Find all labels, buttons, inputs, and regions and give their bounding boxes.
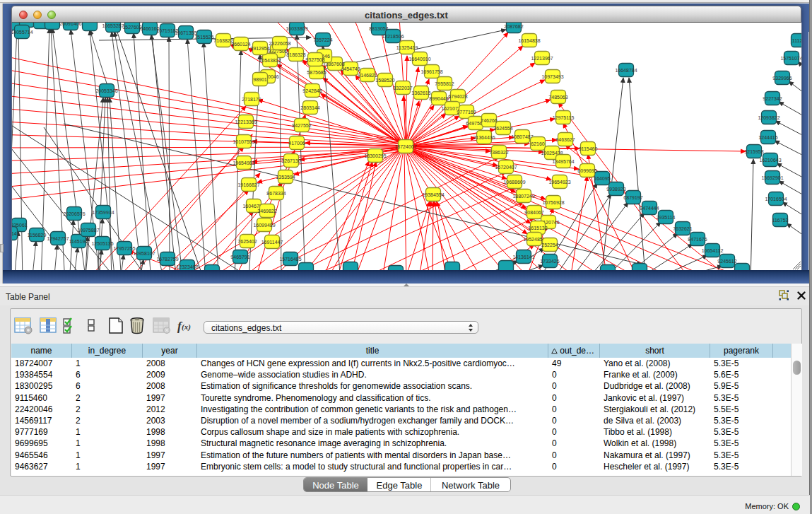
svg-text:16782759: 16782759 [156, 257, 178, 262]
svg-text:8186328: 8186328 [286, 52, 305, 57]
svg-text:3624554: 3624554 [493, 126, 512, 131]
svg-text:15751074: 15751074 [780, 56, 801, 61]
svg-text:18724007: 18724007 [394, 144, 416, 149]
svg-text:21364436: 21364436 [473, 135, 495, 140]
svg-text:15716485: 15716485 [279, 257, 301, 262]
svg-text:11325419: 11325419 [396, 45, 418, 50]
svg-text:20053346: 20053346 [95, 88, 117, 93]
svg-text:10973493: 10973493 [541, 74, 563, 79]
svg-text:1615132: 1615132 [528, 226, 547, 230]
svg-text:16671355: 16671355 [175, 30, 196, 35]
svg-text:7357224: 7357224 [313, 37, 332, 42]
svg-text:9777169: 9777169 [457, 110, 476, 115]
svg-text:19654983: 19654983 [233, 160, 254, 165]
svg-text:19384554: 19384554 [422, 192, 444, 197]
svg-text:1156829: 1156829 [28, 233, 47, 238]
svg-text:8427552: 8427552 [292, 123, 311, 128]
svg-text:10688609: 10688609 [503, 180, 525, 185]
svg-text:23226058: 23226058 [269, 41, 290, 46]
svg-text:11125: 11125 [792, 38, 801, 43]
svg-text:12093822: 12093822 [758, 115, 779, 120]
svg-text:17957255: 17957255 [113, 246, 135, 251]
svg-text:18807249: 18807249 [512, 194, 534, 199]
svg-text:10654112: 10654112 [702, 248, 724, 253]
svg-text:19166827: 19166827 [237, 182, 259, 187]
svg-text:9329966: 9329966 [772, 76, 792, 81]
svg-text:10543812: 10543812 [259, 58, 281, 63]
svg-text:2935114: 2935114 [657, 215, 676, 220]
svg-text:2803144: 2803144 [300, 105, 319, 110]
svg-text:9465791: 9465791 [230, 255, 249, 259]
svg-text:10107553: 10107553 [233, 139, 254, 144]
svg-text:7386322: 7386322 [489, 150, 508, 155]
svg-text:14055714: 14055714 [12, 30, 33, 35]
svg-text:7632621: 7632621 [673, 226, 692, 231]
svg-text:16033809: 16033809 [286, 26, 307, 31]
svg-text:1527602: 1527602 [122, 25, 141, 30]
svg-text:6794028: 6794028 [448, 94, 467, 99]
svg-text:1362615: 1362615 [411, 90, 430, 95]
svg-text:9245612: 9245612 [717, 259, 736, 264]
svg-text:12323468: 12323468 [176, 264, 198, 269]
svg-text:15692901: 15692901 [761, 175, 783, 180]
svg-text:6879197: 6879197 [623, 195, 642, 200]
svg-text:8471676: 8471676 [688, 237, 707, 242]
svg-text:16154838: 16154838 [518, 38, 540, 43]
svg-text:746266: 746266 [481, 118, 497, 123]
svg-text:10653287: 10653287 [102, 23, 124, 28]
svg-text:8678334: 8678334 [266, 191, 286, 196]
svg-text:417006: 417006 [288, 141, 305, 146]
svg-text:8454749: 8454749 [341, 66, 360, 71]
svg-text:1353594: 1353594 [276, 175, 295, 180]
svg-text:7625402: 7625402 [237, 239, 257, 244]
svg-text:9227342: 9227342 [763, 96, 782, 101]
svg-text:10807487: 10807487 [511, 134, 533, 139]
svg-text:10756928: 10756928 [542, 200, 564, 205]
svg-text:16640910: 16640910 [408, 57, 430, 62]
svg-text:7515526: 7515526 [194, 35, 213, 40]
svg-text:13914: 13914 [12, 231, 17, 236]
svg-text:164095: 164095 [594, 176, 610, 181]
svg-text:16648784: 16648784 [615, 68, 637, 73]
svg-text:1145194: 1145194 [69, 239, 88, 244]
svg-text:9242848: 9242848 [302, 88, 322, 93]
svg-text:10958107: 10958107 [133, 251, 155, 256]
svg-text:8912954: 8912954 [250, 46, 269, 51]
svg-text:19654923: 19654923 [548, 180, 570, 185]
svg-text:7955812: 7955812 [435, 81, 454, 86]
svg-text:3267130: 3267130 [281, 158, 300, 163]
svg-text:13495764: 13495764 [552, 159, 574, 164]
svg-text:16911447: 16911447 [261, 240, 283, 245]
svg-text:5875685: 5875685 [307, 70, 326, 75]
svg-text:2718170: 2718170 [242, 97, 261, 102]
svg-text:18300295: 18300295 [364, 153, 386, 158]
svg-text:8813054: 8813054 [369, 26, 388, 31]
svg-text:20091406: 20091406 [59, 23, 81, 26]
svg-text:9146821: 9146821 [358, 73, 377, 78]
svg-text:9938923: 9938923 [606, 187, 625, 192]
svg-text:2087682: 2087682 [504, 24, 523, 29]
svg-text:12218506: 12218506 [382, 34, 404, 39]
svg-text:3215958: 3215958 [744, 149, 763, 154]
svg-text:1733426: 1733426 [540, 259, 559, 264]
svg-text:12505135: 12505135 [91, 241, 113, 246]
svg-text:116753: 116753 [772, 218, 789, 223]
svg-text:9084067: 9084067 [524, 210, 543, 215]
svg-text:3469822: 3469822 [257, 209, 276, 214]
svg-text:(x): (x) [182, 322, 191, 332]
svg-text:1244415: 1244415 [758, 135, 777, 140]
svg-text:16210643: 16210643 [759, 158, 781, 163]
svg-text:9115460: 9115460 [579, 146, 598, 151]
svg-text:9463627: 9463627 [555, 137, 575, 142]
svg-text:7163822: 7163822 [213, 38, 233, 43]
svg-text:14136141: 14136141 [512, 255, 534, 259]
svg-text:9327508: 9327508 [305, 57, 324, 62]
svg-text:17359934: 17359934 [92, 210, 114, 215]
svg-text:62160: 62160 [531, 141, 545, 146]
svg-text:16961758: 16961758 [420, 69, 442, 74]
svg-text:9474444: 9474444 [640, 206, 659, 211]
svg-text:12213967: 12213967 [531, 56, 553, 61]
svg-text:12213369: 12213369 [235, 119, 257, 124]
svg-text:20206576: 20206576 [63, 211, 85, 216]
svg-text:15720407: 15720407 [495, 165, 517, 170]
